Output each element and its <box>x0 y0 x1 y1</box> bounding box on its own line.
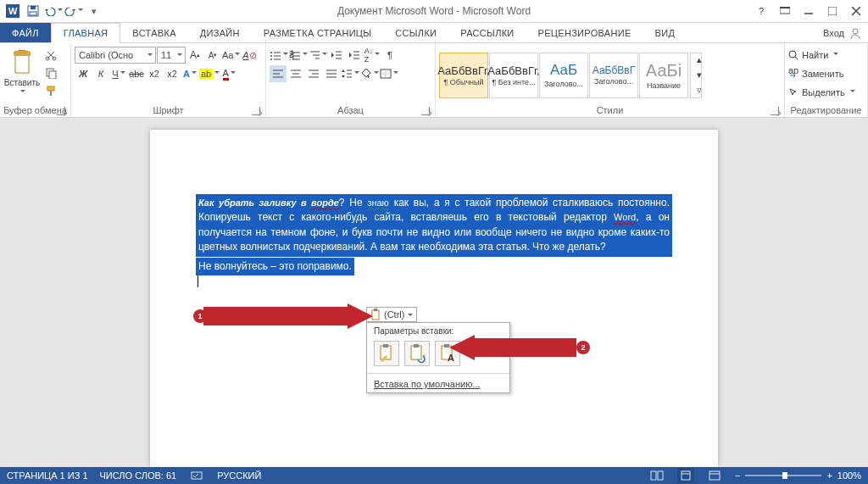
paste-options-tag[interactable]: (Ctrl) <box>366 307 417 322</box>
zoom-level[interactable]: 100% <box>837 470 861 481</box>
selected-paragraph[interactable]: Как убрать заливку в ворде? Не знаю как … <box>196 194 672 257</box>
clear-formatting-button[interactable]: A⊘ <box>241 47 258 64</box>
cut-button[interactable] <box>42 47 59 64</box>
paste-options-menu: Параметры вставки: A Вставка по умолчани… <box>366 322 510 393</box>
redo-button[interactable] <box>64 3 83 19</box>
tab-mailings[interactable]: РАССЫЛКИ <box>448 23 526 42</box>
zoom-out-button[interactable]: − <box>735 470 740 481</box>
tab-references[interactable]: ССЫЛКИ <box>383 23 448 42</box>
document-area[interactable]: Как убрать заливку в ворде? Не знаю как … <box>0 118 868 467</box>
tab-layout[interactable]: РАЗМЕТКА СТРАНИЦЫ <box>252 23 384 42</box>
tab-review[interactable]: РЕЦЕНЗИРОВАНИЕ <box>526 23 643 42</box>
tab-home[interactable]: ГЛАВНАЯ <box>51 23 121 43</box>
numbering-button[interactable]: 123 <box>289 47 308 64</box>
decrease-indent-button[interactable] <box>328 47 345 64</box>
tab-file[interactable]: ФАЙЛ <box>0 23 51 42</box>
selected-line2[interactable]: Не волнуйтесь – это поправимо. <box>196 258 354 275</box>
strikethrough-button[interactable]: abc <box>128 65 145 82</box>
close-button[interactable] <box>844 2 868 20</box>
underline-button[interactable]: Ч <box>110 65 127 82</box>
paste-merge-button[interactable] <box>404 341 430 366</box>
qat-customize[interactable]: ▾ <box>85 3 103 19</box>
svg-rect-70 <box>444 344 449 348</box>
text-effects-button[interactable]: A <box>181 65 198 82</box>
paste-default-link[interactable]: Вставка по умолчанию... <box>367 376 509 392</box>
sort-button[interactable]: A↓Z <box>364 47 381 64</box>
zoom-in-button[interactable]: + <box>826 470 832 481</box>
minimize-button[interactable] <box>797 2 821 20</box>
highlight-button[interactable]: ab <box>199 65 220 82</box>
signin-link[interactable]: Вход <box>823 28 844 38</box>
superscript-button[interactable]: x2 <box>164 65 181 82</box>
help-icon[interactable]: ? <box>749 2 773 20</box>
svg-rect-8 <box>828 7 837 15</box>
clipboard-launcher[interactable] <box>57 107 65 115</box>
style-normal[interactable]: АаБбВвГг,¶ Обычный <box>439 53 488 98</box>
status-page[interactable]: СТРАНИЦА 1 ИЗ 1 <box>7 470 88 481</box>
page[interactable]: Как убрать заливку в ворде? Не знаю как … <box>150 130 718 467</box>
tab-insert[interactable]: ВСТАВКА <box>120 23 187 42</box>
maximize-button[interactable] <box>821 2 844 20</box>
line-spacing-button[interactable] <box>341 65 359 82</box>
paste-text-only-button[interactable]: A <box>435 341 460 366</box>
web-layout-button[interactable] <box>706 468 723 483</box>
font-color-button[interactable]: A <box>220 65 237 82</box>
format-painter-button[interactable] <box>42 82 59 99</box>
copy-button[interactable] <box>42 64 59 81</box>
styles-launcher[interactable] <box>771 107 779 115</box>
select-button[interactable]: Выделить <box>788 84 865 101</box>
style-heading2[interactable]: АаБбВвГЗаголово... <box>589 53 638 98</box>
status-words[interactable]: ЧИСЛО СЛОВ: 61 <box>100 470 177 481</box>
font-launcher[interactable] <box>252 107 260 115</box>
shading-button[interactable] <box>360 65 379 82</box>
style-no-spacing[interactable]: АаБбВвГг,¶ Без инте... <box>489 53 538 98</box>
show-marks-button[interactable]: ¶ <box>381 47 398 64</box>
read-mode-button[interactable] <box>648 468 665 483</box>
styles-expand[interactable]: ▿ <box>691 83 708 97</box>
status-language[interactable]: РУССКИЙ <box>217 470 261 481</box>
borders-button[interactable] <box>380 65 398 82</box>
bullets-button[interactable] <box>270 47 288 64</box>
tab-design[interactable]: ДИЗАЙН <box>188 23 252 42</box>
svg-rect-19 <box>47 86 54 91</box>
paste-keep-source-button[interactable] <box>374 341 399 366</box>
style-heading1[interactable]: АаБЗаголово... <box>539 53 588 98</box>
undo-button[interactable] <box>44 3 63 19</box>
multilevel-list-button[interactable] <box>309 47 327 64</box>
styles-gallery[interactable]: АаБбВвГг,¶ Обычный АаБбВвГг,¶ Без инте..… <box>439 53 688 98</box>
text-cursor <box>198 275 198 287</box>
change-case-button[interactable]: Aa <box>222 47 240 64</box>
styles-scroll-down[interactable]: ▾ <box>691 68 708 82</box>
shrink-font-button[interactable]: A▾ <box>204 47 221 64</box>
grow-font-button[interactable]: A▴ <box>186 47 203 64</box>
replace-button[interactable]: abЗаменить <box>788 65 865 82</box>
print-layout-button[interactable] <box>677 468 694 483</box>
paste-menu-title: Параметры вставки: <box>367 323 509 339</box>
align-left-button[interactable] <box>270 65 287 82</box>
svg-rect-75 <box>682 471 690 480</box>
paragraph-launcher[interactable] <box>421 107 430 115</box>
ribbon-display-icon[interactable] <box>773 2 797 20</box>
paste-button[interactable]: Вставить <box>3 45 41 101</box>
styles-scroll-up[interactable]: ▴ <box>691 53 708 68</box>
font-name-combo[interactable]: Calibri (Осно <box>75 47 156 64</box>
italic-button[interactable]: К <box>92 65 109 82</box>
find-button[interactable]: Найти <box>788 47 865 64</box>
svg-rect-14 <box>14 51 31 56</box>
group-paragraph-label: Абзац <box>337 105 364 115</box>
align-center-button[interactable] <box>287 65 304 82</box>
svg-point-11 <box>853 29 858 34</box>
increase-indent-button[interactable] <box>346 47 363 64</box>
align-right-button[interactable] <box>305 65 322 82</box>
spellcheck-icon[interactable] <box>188 468 205 483</box>
style-title[interactable]: АаБіНазвание <box>639 53 688 98</box>
subscript-button[interactable]: x2 <box>146 65 163 82</box>
bold-button[interactable]: Ж <box>75 65 92 82</box>
justify-button[interactable] <box>323 65 340 82</box>
zoom-slider[interactable]: − + 100% <box>735 470 861 481</box>
save-icon[interactable] <box>24 3 42 19</box>
tab-view[interactable]: ВИД <box>643 23 687 42</box>
font-size-combo[interactable]: 11 <box>157 47 186 64</box>
find-icon <box>788 50 798 60</box>
svg-rect-18 <box>49 71 56 79</box>
